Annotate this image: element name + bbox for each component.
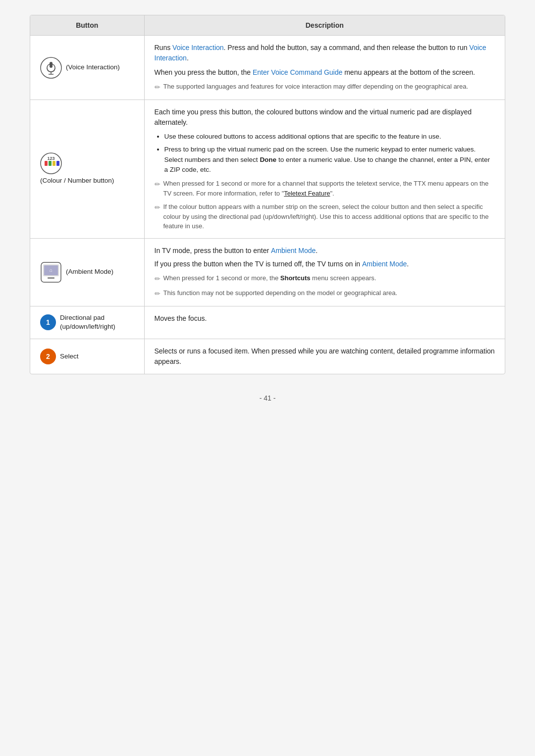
svg-text:⌂: ⌂	[50, 267, 53, 273]
col-header-button: Button	[30, 15, 144, 36]
ambient-note-text-1: When pressed for 1 second or more, the S…	[163, 273, 376, 283]
ambient-mode-link2[interactable]: Ambient Mode	[362, 260, 407, 268]
ambient-desc-line1: In TV mode, press the button to enter Am…	[155, 246, 495, 256]
page-number: - 41 -	[260, 394, 276, 402]
select-desc: Selects or runs a focused item. When pre…	[155, 346, 495, 367]
button-cell-select: 2 Select	[30, 339, 144, 374]
description-cell-ambient: In TV mode, press the button to enter Am…	[144, 238, 505, 306]
voice-interaction-icon	[40, 57, 62, 79]
colour-note-text-1: When pressed for 1 second or more for a …	[163, 179, 495, 198]
button-cell-colour: 123 (Colour / Number button)	[30, 100, 144, 239]
description-cell-dpad: Moves the focus.	[144, 306, 505, 339]
table-row: ⌂ (Ambient Mode) In TV mode, press the b…	[30, 238, 505, 306]
button-cell-voice: (Voice Interaction)	[30, 36, 144, 100]
colour-note-text-2: If the colour button appears with a numb…	[163, 202, 495, 231]
note-icon-5: ✏	[155, 289, 160, 299]
colour-number-label: (Colour / Number button)	[40, 176, 114, 186]
voice-interaction-link[interactable]: Voice Interaction	[172, 44, 224, 51]
colour-note-1: ✏ When pressed for 1 second or more for …	[155, 179, 495, 198]
table-row: 1 Directional pad (up/down/left/right) M…	[30, 306, 505, 339]
directional-pad-label: Directional pad (up/down/left/right)	[60, 313, 134, 332]
directional-pad-icon: 1	[40, 314, 56, 330]
done-label: Done	[260, 156, 276, 163]
description-cell-select: Selects or runs a focused item. When pre…	[144, 339, 505, 374]
description-cell-voice: Runs Voice Interaction. Press and hold t…	[144, 36, 505, 100]
note-icon-3: ✏	[155, 202, 160, 213]
voice-desc-line1: Runs Voice Interaction. Press and hold t…	[155, 43, 495, 63]
shortcuts-label: Shortcuts	[280, 274, 311, 282]
col-header-description: Description	[144, 15, 505, 36]
dpad-desc: Moves the focus.	[155, 313, 495, 324]
ambient-note-1: ✏ When pressed for 1 second or more, the…	[155, 273, 495, 284]
ambient-mode-link[interactable]: Ambient Mode	[271, 247, 316, 254]
svg-rect-14	[48, 277, 54, 279]
table-row: 123 (Colour / Number button) Each time y…	[30, 100, 505, 239]
colour-number-icon: 123	[40, 152, 62, 174]
select-icon: 2	[40, 349, 56, 364]
teletext-feature-link[interactable]: Teletext Feature	[284, 190, 330, 197]
svg-rect-8	[53, 161, 55, 166]
select-label: Select	[60, 352, 79, 361]
svg-rect-2	[50, 62, 53, 68]
note-icon-2: ✏	[155, 179, 160, 190]
button-cell-ambient: ⌂ (Ambient Mode)	[30, 238, 144, 306]
colour-bullets: Use these coloured buttons to access add…	[164, 132, 495, 175]
voice-interaction-label: (Voice Interaction)	[66, 63, 120, 72]
ambient-desc-line2: If you press the button when the TV is t…	[155, 259, 495, 269]
note-icon-1: ✏	[155, 82, 160, 93]
colour-bullet-1: Use these coloured buttons to access add…	[164, 132, 495, 142]
ambient-note-text-2: This function may not be supported depen…	[163, 288, 398, 298]
colour-desc-intro: Each time you press this button, the col…	[155, 107, 495, 128]
colour-bullet-2: Press to bring up the virtual numeric pa…	[164, 145, 495, 175]
note-icon-4: ✏	[155, 274, 160, 284]
enter-voice-command-guide-link[interactable]: Enter Voice Command Guide	[253, 68, 342, 76]
svg-rect-6	[45, 161, 48, 166]
svg-rect-9	[56, 161, 59, 166]
button-cell-dpad: 1 Directional pad (up/down/left/right)	[30, 306, 144, 339]
ambient-note-2: ✏ This function may not be supported dep…	[155, 288, 495, 299]
colour-note-2: ✏ If the colour button appears with a nu…	[155, 202, 495, 231]
main-table: Button Description	[30, 15, 505, 374]
description-cell-colour: Each time you press this button, the col…	[144, 100, 505, 239]
ambient-mode-icon: ⌂	[40, 261, 62, 283]
voice-note-text: The supported languages and features for…	[163, 82, 469, 92]
ambient-mode-label: (Ambient Mode)	[66, 267, 113, 277]
table-row: (Voice Interaction) Runs Voice Interacti…	[30, 36, 505, 100]
svg-rect-7	[49, 161, 52, 166]
svg-text:123: 123	[47, 156, 54, 161]
voice-desc-line2: When you press the button, the Enter Voi…	[155, 67, 495, 78]
voice-note-1: ✏ The supported languages and features f…	[155, 82, 495, 93]
table-row: 2 Select Selects or runs a focused item.…	[30, 339, 505, 374]
